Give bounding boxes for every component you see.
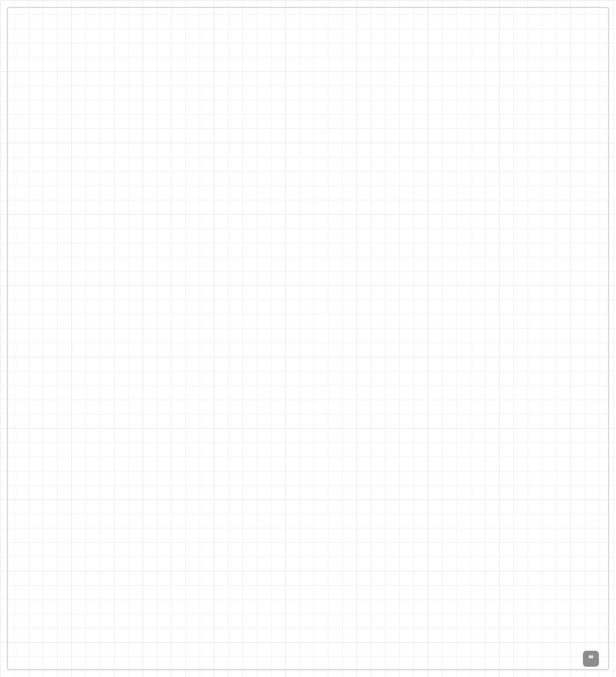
grid-background	[0, 0, 616, 677]
watermark: ❝	[583, 651, 605, 667]
wechat-icon: ❝	[583, 651, 599, 667]
diagram-canvas: { "diagram": { "nodes": { "n1": {"label"…	[0, 0, 616, 677]
